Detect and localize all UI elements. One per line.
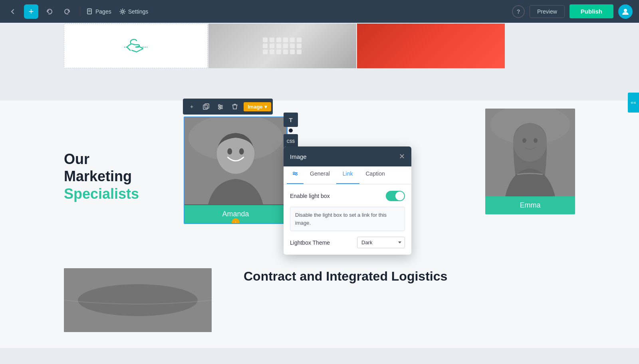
tab-general[interactable]: General [304, 166, 336, 184]
add-widget-button[interactable]: + [185, 99, 199, 114]
amanda-photo [185, 117, 287, 205]
cubes-image-card [208, 24, 356, 68]
tab-link[interactable]: Link [336, 166, 359, 184]
top-navigation: + Pages Settings ? Preview Pu [0, 0, 639, 23]
svg-point-26 [78, 284, 198, 316]
svg-rect-7 [203, 105, 207, 109]
emma-photo [485, 109, 575, 196]
preview-button[interactable]: Preview [530, 5, 565, 18]
section-spacer [0, 69, 639, 101]
redo-button[interactable] [61, 5, 73, 18]
side-toolbar: T CSS [284, 113, 298, 148]
text-tool-button[interactable]: T [284, 113, 298, 127]
publish-button[interactable]: Publish [570, 4, 613, 18]
bottom-title: Contract and Integrated Logistics [244, 268, 575, 285]
resize-handle[interactable]: ↕ [232, 218, 240, 224]
toggle-knob [395, 192, 404, 200]
lightbox-theme-label: Lightbox Theme [290, 239, 330, 246]
svg-point-30 [296, 174, 297, 175]
lightbox-theme-row: Lightbox Theme Dark Light [290, 237, 405, 248]
svg-point-4 [624, 9, 627, 12]
svg-point-19 [239, 148, 244, 155]
title-marketing: Marketing [64, 168, 144, 185]
title-specialists: Specialists [64, 185, 144, 202]
svg-point-29 [293, 172, 295, 174]
enable-lightbox-row: Enable light box [290, 191, 405, 201]
cubes-visual [263, 38, 302, 54]
help-button[interactable]: ? [512, 5, 525, 18]
svg-rect-8 [205, 104, 209, 108]
widget-toolbar: + [183, 99, 273, 115]
bottom-text-column: Contract and Integrated Logistics [244, 268, 575, 285]
svg-point-18 [227, 148, 232, 155]
handshake-icon [124, 36, 148, 56]
undo-button[interactable] [43, 5, 56, 18]
dialog-title: Image [290, 153, 307, 160]
amanda-image-card[interactable]: Amanda ↕ [184, 117, 288, 224]
bottom-section: Contract and Integrated Logistics [0, 252, 639, 348]
nav-divider [80, 7, 80, 16]
duplicate-widget-button[interactable] [199, 99, 213, 114]
bottom-image [64, 268, 212, 332]
dialog-body: Enable light box Disable the light box t… [284, 184, 411, 255]
enable-lightbox-label: Enable light box [290, 193, 330, 199]
user-avatar[interactable] [618, 4, 633, 19]
emma-name-label: Emma [485, 196, 575, 214]
back-button[interactable] [6, 5, 19, 18]
pages-button[interactable]: Pages [87, 8, 111, 15]
lightbox-theme-select[interactable]: Dark Light [357, 237, 405, 248]
settings-widget-button[interactable] [213, 99, 228, 114]
main-content: Our Marketing Specialists + [0, 23, 639, 364]
tab-caption[interactable]: Caption [359, 166, 391, 184]
lightbox-toggle[interactable] [386, 191, 405, 201]
dialog-header: Image ✕ [284, 146, 411, 166]
right-panel-toggle[interactable]: «« [628, 93, 639, 113]
svg-point-13 [220, 106, 222, 108]
svg-point-14 [219, 108, 220, 109]
red-image-card [357, 24, 505, 68]
svg-point-12 [218, 105, 220, 106]
tab-icon-button[interactable] [287, 166, 304, 184]
top-image-row [0, 23, 639, 69]
title-our: Our [64, 150, 144, 168]
dialog-close-button[interactable]: ✕ [399, 152, 405, 161]
settings-button[interactable]: Settings [119, 8, 149, 15]
lightbox-info-text: Disable the light box to set a link for … [290, 207, 405, 231]
section-title-column: Our Marketing Specialists [64, 150, 144, 202]
widget-type-label[interactable]: Image ▾ [244, 102, 271, 111]
tool-dot [289, 129, 293, 133]
emma-image-card[interactable]: Emma [485, 109, 575, 214]
image-dialog: Image ✕ General Link Caption Enable ligh… [284, 146, 411, 255]
handshake-card[interactable] [64, 24, 208, 68]
add-element-button[interactable]: + [24, 4, 38, 19]
svg-point-3 [121, 10, 123, 12]
dialog-tabs: General Link Caption [284, 166, 411, 184]
delete-widget-button[interactable] [228, 99, 242, 114]
